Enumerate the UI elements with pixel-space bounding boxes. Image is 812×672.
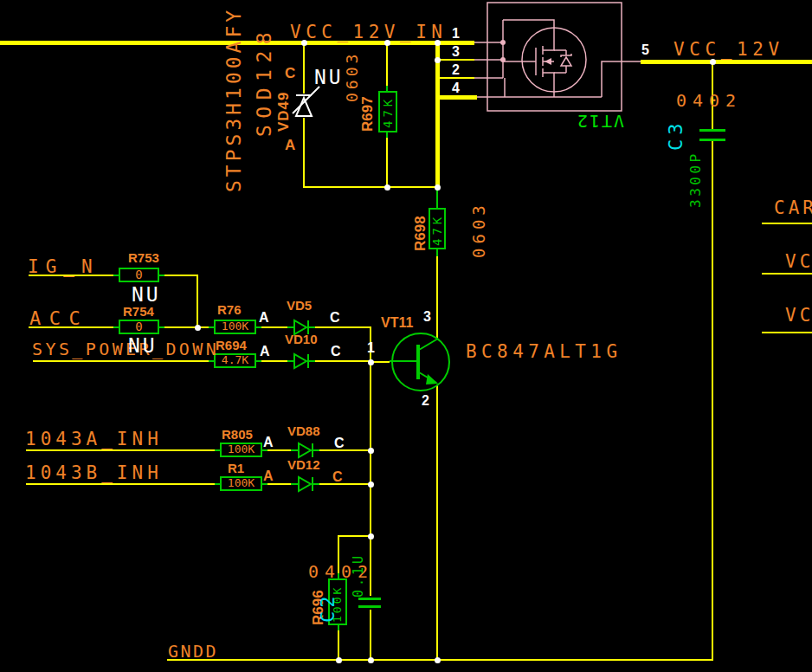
value-r698[interactable]: 47K	[431, 210, 444, 246]
value-c3[interactable]: 3300P	[689, 149, 704, 208]
vd12-cathode-marker: C	[332, 470, 343, 485]
designator-c3[interactable]: C3	[666, 118, 686, 151]
value-r805[interactable]: 100K	[220, 443, 262, 456]
vd88-cathode-marker: C	[334, 436, 345, 451]
value-r694[interactable]: 4.7K	[214, 354, 256, 366]
net-label-sys-power-down[interactable]: SYS_POWER_DOWN	[32, 340, 219, 359]
designator-vd5[interactable]: VD5	[287, 299, 312, 313]
vt12-pin-3: 3	[452, 45, 460, 60]
part-number-stps[interactable]: STPS3H100AFY	[223, 7, 244, 192]
part-number-vt11[interactable]: BC847ALT1G	[466, 342, 622, 361]
value-r76[interactable]: 100K	[214, 320, 256, 333]
vd49-nu-marker: NU	[314, 67, 344, 87]
r754-nu-marker: NU	[128, 335, 158, 356]
value-r1[interactable]: 100K	[220, 477, 262, 489]
designator-vt12[interactable]: VT12	[573, 112, 627, 130]
vd88-anode-marker: A	[263, 436, 274, 450]
designator-r694[interactable]: R694	[216, 339, 247, 352]
junction-dot	[368, 533, 374, 540]
vd10-anode-marker: A	[260, 345, 270, 359]
vd49-diode-symbol[interactable]	[293, 87, 319, 116]
footprint-sod128[interactable]: SOD128	[254, 24, 274, 137]
designator-r805[interactable]: R805	[222, 428, 253, 442]
vt11-transistor-symbol[interactable]	[390, 333, 449, 391]
footprint-r697[interactable]: 0603	[345, 48, 361, 102]
r753-nu-marker: NU	[132, 284, 161, 305]
value-c2[interactable]: 0.1U	[352, 546, 366, 598]
vd5-cathode-marker: C	[330, 311, 340, 326]
junction-dot	[435, 657, 441, 663]
net-label-car-clipped[interactable]: CAR	[774, 198, 812, 217]
schematic-canvas[interactable]: VCC_12V_IN VCC_12V IG_N ACC SYS_POWER_DO…	[0, 0, 812, 672]
junction-dot	[435, 184, 441, 191]
net-label-1043b-inh[interactable]: 1043B_INH	[25, 463, 163, 482]
junction-dot	[368, 448, 374, 454]
junction-dot	[368, 481, 374, 488]
net-label-vc-clipped-1[interactable]: VC	[785, 252, 812, 271]
net-label-vcc-12v-in[interactable]: VCC_12V_IN	[290, 23, 447, 42]
net-label-1043a-inh[interactable]: 1043A_INH	[25, 430, 163, 449]
junction-dot	[435, 57, 441, 63]
vd49-anode-marker: A	[285, 138, 295, 153]
nu-slash-icon	[293, 87, 319, 113]
junction-dot	[368, 359, 374, 365]
junction-dot	[195, 325, 201, 331]
vd10-cathode-marker: C	[331, 345, 341, 359]
designator-r753[interactable]: R753	[128, 251, 159, 265]
designator-r698[interactable]: R698	[413, 206, 429, 251]
designator-vd12[interactable]: VD12	[287, 458, 320, 472]
value-r753[interactable]: 0	[119, 268, 159, 281]
body-diode-icon	[561, 57, 571, 66]
value-r697[interactable]: 47K	[382, 92, 395, 128]
designator-vd10[interactable]: VD10	[285, 333, 318, 346]
vd12-anode-marker: A	[263, 469, 274, 484]
vd12-diode-symbol[interactable]	[291, 477, 319, 491]
vt12-pin-5: 5	[641, 43, 649, 58]
designator-r697[interactable]: R697	[360, 87, 376, 132]
vd88-diode-symbol[interactable]	[291, 443, 319, 457]
designator-vt11[interactable]: VT11	[381, 316, 413, 331]
designator-r1[interactable]: R1	[228, 462, 244, 475]
vt11-pin-collector: 3	[423, 310, 431, 325]
net-label-vcc-12v[interactable]: VCC_12V	[673, 40, 784, 59]
footprint-c3[interactable]: 0402	[676, 92, 742, 110]
net-label-acc[interactable]: ACC	[29, 308, 88, 328]
junction-dot	[368, 657, 374, 663]
vd5-anode-marker: A	[259, 311, 269, 326]
vt12-pin-1: 1	[452, 27, 460, 42]
vt11-pin-emitter: 2	[422, 394, 429, 409]
vt11-pin-base: 1	[367, 341, 375, 356]
junction-dot	[336, 657, 342, 663]
vd10-diode-symbol[interactable]	[287, 354, 315, 368]
value-r754[interactable]: 0	[119, 320, 159, 333]
mosfet-arrow	[545, 58, 551, 65]
emitter-arrow-icon	[426, 374, 438, 384]
vt12-pin-4: 4	[452, 81, 460, 96]
junction-dot	[384, 184, 390, 191]
designator-vd49[interactable]: VD49	[276, 87, 292, 132]
designator-c2[interactable]: C2	[318, 591, 338, 623]
vd49-cathode-marker: C	[285, 66, 295, 81]
vt12-mosfet-symbol[interactable]	[474, 3, 641, 111]
footprint-r698[interactable]: 0603	[471, 197, 488, 258]
net-label-ig-n[interactable]: IG_N	[28, 257, 100, 276]
net-label-vc-clipped-2[interactable]: VC	[785, 306, 812, 325]
designator-r76[interactable]: R76	[217, 303, 242, 317]
designator-r754[interactable]: R754	[123, 305, 154, 319]
vt12-pin-2: 2	[452, 63, 460, 78]
net-label-gndd[interactable]: GNDD	[168, 643, 218, 661]
designator-vd88[interactable]: VD88	[287, 424, 320, 438]
